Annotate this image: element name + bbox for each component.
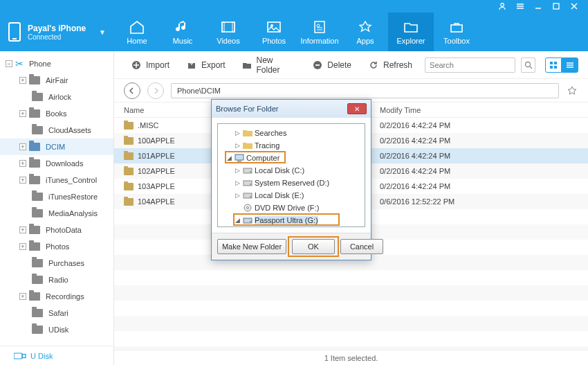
apps-icon [356, 19, 374, 35]
tree-expand-icon[interactable]: ▷ [235, 142, 241, 149]
sidebar-item-airlock[interactable]: Airlock [0, 89, 113, 105]
toolbar: Import Export New Folder Delete Refresh [114, 51, 588, 79]
music-icon [174, 19, 192, 35]
refresh-button[interactable]: Refresh [361, 57, 419, 73]
favorite-button[interactable] [566, 84, 578, 97]
folder-icon [32, 259, 43, 267]
ok-button[interactable]: OK [292, 239, 335, 254]
tree-expand-icon[interactable]: ▷ [235, 179, 241, 186]
back-button[interactable] [124, 82, 140, 99]
sidebar-item-airfair[interactable]: +AirFair [0, 72, 113, 89]
star-icon [567, 86, 577, 96]
nav-explorer[interactable]: Explorer [388, 12, 434, 51]
svg-point-31 [250, 221, 251, 222]
browse-folder-dialog: Browse For Folder ✕ ▷Searches▷Tracing◢Co… [211, 99, 371, 260]
tree-expand-icon[interactable]: ▷ [235, 192, 241, 199]
sidebar-item-photos[interactable]: +Photos [0, 238, 113, 255]
sidebar: − ✂ Phone +AirFairAirlock+BooksCloudAsse… [0, 51, 114, 365]
tree-item[interactable]: .fseventsd [219, 226, 363, 227]
folder-tree[interactable]: ▷Searches▷Tracing◢Computer▷Local Disk (C… [217, 123, 365, 227]
sidebar-item-cloudassets[interactable]: CloudAssets [0, 122, 113, 139]
close-icon[interactable] [570, 2, 578, 10]
make-new-folder-button[interactable]: Make New Folder [217, 239, 286, 254]
folder-icon [124, 198, 134, 206]
arrow-right-icon [152, 87, 159, 94]
search-input[interactable] [425, 57, 515, 73]
folder-icon [29, 143, 40, 151]
tree-item[interactable]: ▷Local Disk (E:) [219, 189, 363, 202]
sidebar-item-recordings[interactable]: +Recordings [0, 288, 113, 305]
folder-icon [124, 168, 134, 175]
expand-icon[interactable]: + [19, 243, 26, 250]
dialog-buttons: Make New Folder OK Cancel [212, 233, 371, 260]
search-field[interactable] [430, 61, 511, 69]
export-button[interactable]: Export [179, 57, 232, 73]
sidebar-item-itunes_control[interactable]: +iTunes_Control [0, 172, 113, 188]
sidebar-udisk[interactable]: U Disk [0, 346, 113, 365]
nav-home[interactable]: Home [114, 12, 160, 51]
tree-item[interactable]: ▷Tracing [219, 139, 363, 152]
expand-icon[interactable]: + [19, 177, 26, 184]
new-folder-button[interactable]: New Folder [235, 53, 303, 78]
nav-music[interactable]: Music [160, 12, 205, 51]
sidebar-item-radio[interactable]: Radio [0, 271, 113, 288]
expand-icon[interactable]: + [19, 143, 26, 150]
sidebar-item-dcim[interactable]: +DCIM [0, 139, 113, 155]
tree-expand-icon[interactable]: ◢ [235, 217, 241, 224]
folder-icon [32, 193, 43, 201]
col-mtime[interactable]: Modify Time [380, 106, 588, 114]
sidebar-item-photodata[interactable]: +PhotoData [0, 222, 113, 238]
device-selector[interactable]: Payal's iPhone Connected ▼ [0, 12, 114, 51]
delete-button[interactable]: Delete [305, 57, 358, 73]
import-button[interactable]: Import [124, 57, 176, 73]
maximize-icon[interactable] [552, 2, 560, 10]
explorer-icon [402, 19, 420, 35]
expand-icon[interactable]: + [19, 110, 26, 117]
plus-icon [131, 60, 142, 71]
svg-point-29 [247, 207, 249, 209]
sidebar-item-books[interactable]: +Books [0, 105, 113, 122]
sidebar-item-mediaanalysis[interactable]: MediaAnalysis [0, 205, 113, 222]
nav-photos[interactable]: Photos [251, 12, 297, 51]
expand-icon[interactable]: + [19, 226, 26, 233]
videos-icon [219, 19, 237, 35]
tree-item[interactable]: ▷Searches [219, 127, 363, 139]
table-row-empty [114, 316, 588, 331]
tree-item[interactable]: ▷System Reserved (D:) [219, 177, 363, 189]
search-button[interactable] [521, 57, 535, 73]
tree-item[interactable]: ▷Local Disk (C:) [219, 164, 363, 177]
sidebar-item-udisk[interactable]: UDisk [0, 321, 113, 338]
collapse-icon[interactable]: − [6, 60, 12, 67]
path-field[interactable]: Phone\DCIM [171, 83, 559, 98]
sidebar-item-itunesrestore[interactable]: iTunesRestore [0, 188, 113, 205]
chevron-down-icon: ▼ [99, 28, 106, 36]
list-view-button[interactable] [562, 57, 578, 73]
svg-rect-1 [553, 3, 559, 9]
minimize-icon[interactable] [534, 2, 542, 10]
tree-expand-icon[interactable]: ◢ [226, 154, 232, 161]
sidebar-item-downloads[interactable]: +Downloads [0, 155, 113, 172]
sidebar-item-safari[interactable]: Safari [0, 305, 113, 321]
table-row-empty [114, 285, 588, 301]
tree-item[interactable]: ◢Computer [219, 152, 363, 164]
user-icon[interactable] [498, 2, 506, 10]
cancel-button[interactable]: Cancel [340, 239, 383, 254]
nav-information[interactable]: Information [297, 12, 342, 51]
nav-videos[interactable]: Videos [205, 12, 251, 51]
expand-icon[interactable]: + [19, 77, 26, 84]
tree-item[interactable]: ◢Passport Ultra (G:) [219, 214, 363, 226]
dialog-close-button[interactable]: ✕ [347, 103, 367, 114]
tree-expand-icon[interactable]: ▷ [235, 130, 241, 136]
expand-icon[interactable]: + [19, 293, 26, 300]
dialog-titlebar[interactable]: Browse For Folder ✕ [212, 100, 371, 118]
sidebar-root-phone[interactable]: − ✂ Phone [0, 55, 113, 72]
grid-view-button[interactable] [545, 57, 562, 73]
menu-icon[interactable] [516, 2, 524, 10]
nav-apps[interactable]: Apps [342, 12, 388, 51]
nav-toolbox[interactable]: Toolbox [434, 12, 479, 51]
expand-icon[interactable]: + [19, 160, 26, 167]
sidebar-item-purchases[interactable]: Purchases [0, 255, 113, 271]
tree-expand-icon[interactable]: ▷ [235, 167, 241, 174]
svg-point-27 [250, 196, 251, 197]
tree-item[interactable]: DVD RW Drive (F:) [219, 202, 363, 214]
